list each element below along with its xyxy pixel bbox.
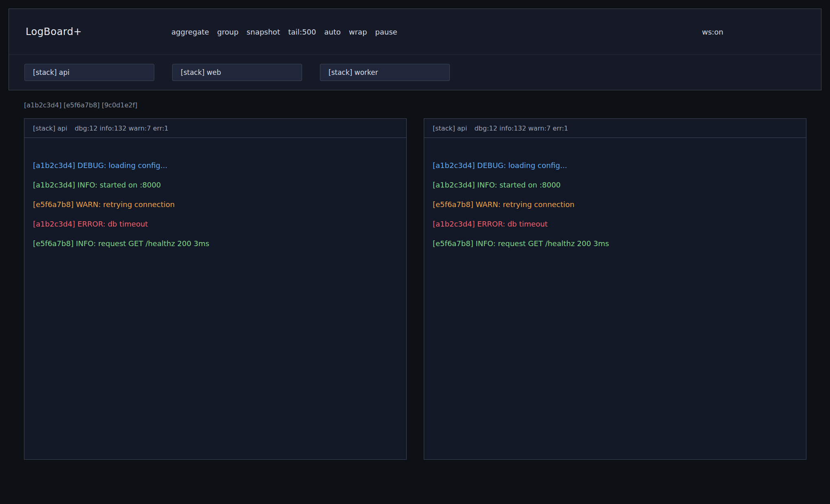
stack-tab-worker[interactable]: [stack] worker [320,64,450,81]
log-panel-left: [stack] api dbg:12 info:132 warn:7 err:1… [24,118,407,460]
log-line: [a1b2c3d4] INFO: started on :8000 [33,175,402,195]
log-line: [e5f6a7b8] INFO: request GET /healthz 20… [33,234,402,253]
log-line: [a1b2c3d4] ERROR: db timeout [433,214,802,234]
menu-item-aggregate[interactable]: aggregate [171,28,209,36]
log-panel-header: [stack] api dbg:12 info:132 warn:7 err:1 [424,119,806,138]
log-output[interactable]: [a1b2c3d4] DEBUG: loading config... [a1b… [24,138,406,459]
log-line: [a1b2c3d4] INFO: started on :8000 [433,175,802,195]
panel-title: [stack] api [433,124,467,132]
menu-item-group[interactable]: group [217,28,239,36]
panel-level-counts: dbg:12 info:132 warn:7 err:1 [74,124,168,132]
topbar-main-row: LogBoard+ aggregate group snapshot tail:… [9,9,821,55]
log-output[interactable]: [a1b2c3d4] DEBUG: loading config... [a1b… [424,138,806,459]
trace-ids-line: [a1b2c3d4] [e5f6a7b8] [9c0d1e2f] [24,101,830,109]
menu-item-snapshot[interactable]: snapshot [247,28,280,36]
stack-tab-web[interactable]: [stack] web [172,64,302,81]
panel-level-counts: dbg:12 info:132 warn:7 err:1 [474,124,568,132]
websocket-status-badge: ws:on [702,28,723,36]
log-line: [e5f6a7b8] WARN: retrying connection [433,195,802,214]
menu-item-auto[interactable]: auto [324,28,341,36]
log-line: [e5f6a7b8] WARN: retrying connection [33,195,402,214]
menu-item-pause[interactable]: pause [375,28,397,36]
toolbar-menu: aggregate group snapshot tail:500 auto w… [171,28,397,36]
topbar: LogBoard+ aggregate group snapshot tail:… [9,9,821,90]
menu-item-wrap[interactable]: wrap [349,28,367,36]
stack-tab-api[interactable]: [stack] api [24,64,154,81]
stack-tabs-row: [stack] api [stack] web [stack] worker [9,55,821,90]
log-line: [a1b2c3d4] DEBUG: loading config... [33,156,402,175]
log-line: [a1b2c3d4] DEBUG: loading config... [433,156,802,175]
log-line: [e5f6a7b8] INFO: request GET /healthz 20… [433,234,802,253]
menu-item-tail[interactable]: tail:500 [288,28,316,36]
log-line: [a1b2c3d4] ERROR: db timeout [33,214,402,234]
panel-title: [stack] api [33,124,67,132]
log-panel-right: [stack] api dbg:12 info:132 warn:7 err:1… [424,118,806,460]
log-panels: [stack] api dbg:12 info:132 warn:7 err:1… [24,118,806,460]
app-title: LogBoard+ [26,26,171,37]
log-panel-header: [stack] api dbg:12 info:132 warn:7 err:1 [24,119,406,138]
